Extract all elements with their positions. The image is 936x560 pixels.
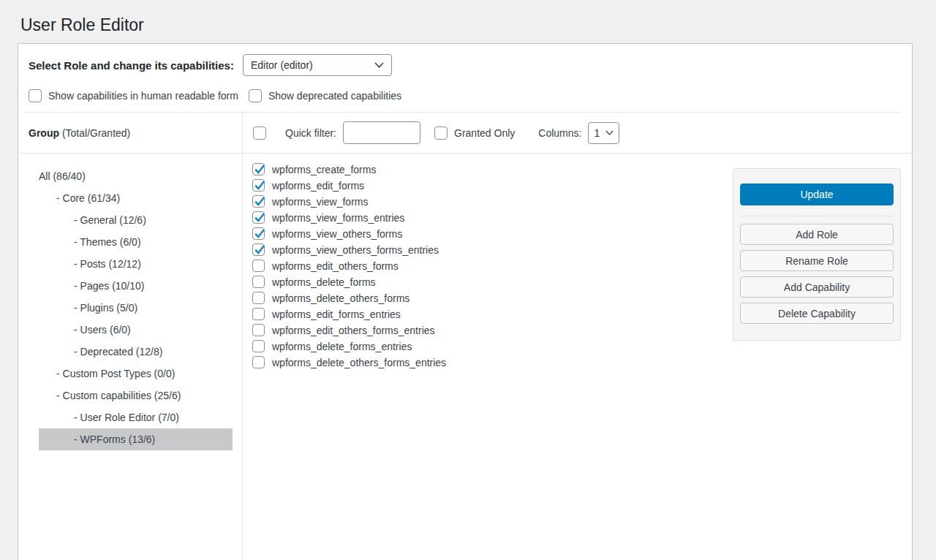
capability-label: wpforms_delete_forms_entries	[272, 341, 412, 352]
capability-list: wpforms_create_formswpforms_edit_formswp…	[252, 163, 446, 368]
columns-select[interactable]: 1	[588, 122, 619, 144]
columns-select-value: 1	[594, 127, 600, 139]
human-readable-checkbox[interactable]	[29, 89, 42, 102]
capability-label: wpforms_view_others_forms	[272, 228, 402, 240]
actions-divider	[740, 216, 894, 216]
capability-label: wpforms_delete_forms	[272, 276, 376, 288]
content-row: wpforms_create_formswpforms_edit_formswp…	[243, 154, 912, 560]
capability-label: wpforms_view_forms_entries	[272, 212, 404, 224]
select-all-checkbox[interactable]	[253, 126, 266, 140]
group-item[interactable]: - Posts (12/12)	[39, 253, 233, 275]
granted-only-label: Granted Only	[454, 127, 515, 139]
capability-label: wpforms_edit_forms_entries	[272, 309, 401, 320]
capability-checkbox[interactable]	[252, 243, 265, 256]
check-icon	[254, 196, 265, 208]
quick-filter-label: Quick filter:	[285, 127, 336, 139]
capability-row: wpforms_edit_others_forms_entries	[252, 324, 446, 336]
capability-row: wpforms_create_forms	[252, 163, 446, 175]
actions-panel: Update Add RoleRename RoleAdd Capability…	[733, 168, 901, 341]
group-item[interactable]: - User Role Editor (7/0)	[39, 406, 233, 428]
capability-row: wpforms_edit_others_forms	[252, 260, 446, 272]
capability-label: wpforms_edit_forms	[272, 180, 364, 192]
capability-row: wpforms_view_others_forms_entries	[252, 243, 446, 256]
capabilities-column: Quick filter: Granted Only Columns: 1 wp…	[243, 113, 912, 560]
check-icon	[254, 228, 265, 240]
capability-checkbox[interactable]	[252, 227, 265, 240]
main-columns: Group (Total/Granted) All (86/40)- Core …	[18, 113, 912, 560]
group-header: Group (Total/Granted)	[18, 113, 242, 154]
capability-row: wpforms_delete_forms	[252, 276, 446, 288]
add-capability-button[interactable]: Add Capability	[740, 276, 894, 298]
capability-label: wpforms_edit_others_forms_entries	[272, 325, 435, 336]
group-item[interactable]: - WPForms (13/6)	[39, 428, 233, 450]
group-item[interactable]: All (86/40)	[39, 165, 233, 187]
human-readable-option: Show capabilities in human readable form	[29, 89, 238, 102]
show-deprecated-label: Show deprecated capabilities	[268, 90, 401, 102]
capability-row: wpforms_edit_forms_entries	[252, 308, 446, 320]
capability-checkbox[interactable]	[252, 324, 265, 336]
capability-checkbox[interactable]	[252, 340, 265, 352]
capability-label: wpforms_view_forms	[272, 196, 368, 208]
granted-only-checkbox[interactable]	[434, 126, 448, 140]
capability-label: wpforms_create_forms	[272, 164, 376, 175]
delete-capability-button[interactable]: Delete Capability	[740, 303, 894, 324]
capability-checkbox[interactable]	[252, 195, 265, 208]
group-item[interactable]: - Themes (6/0)	[39, 231, 233, 253]
role-select[interactable]: Editor (editor)	[243, 54, 392, 76]
capability-checkbox[interactable]	[252, 163, 265, 175]
check-icon	[254, 244, 265, 256]
capability-row: wpforms_view_forms	[252, 195, 446, 208]
group-item[interactable]: - Pages (10/10)	[39, 275, 233, 297]
capability-row: wpforms_delete_others_forms	[252, 292, 446, 304]
update-button[interactable]: Update	[740, 183, 894, 205]
capability-checkbox[interactable]	[252, 179, 265, 192]
capability-row: wpforms_edit_forms	[252, 179, 446, 192]
role-select-value: Editor (editor)	[251, 59, 313, 71]
filter-bar: Quick filter: Granted Only Columns: 1	[243, 113, 912, 154]
capability-checkbox[interactable]	[252, 260, 265, 272]
capability-row: wpforms_delete_others_forms_entries	[252, 356, 446, 368]
add-role-button[interactable]: Add Role	[740, 224, 894, 245]
capability-checkbox[interactable]	[252, 292, 265, 304]
capability-checkbox[interactable]	[252, 308, 265, 320]
human-readable-label: Show capabilities in human readable form	[48, 90, 238, 102]
group-tree: All (86/40)- Core (61/34)- General (12/6…	[18, 154, 242, 450]
groups-column: Group (Total/Granted) All (86/40)- Core …	[18, 113, 243, 560]
capability-label: wpforms_edit_others_forms	[272, 260, 399, 272]
group-item[interactable]: - General (12/6)	[39, 209, 233, 231]
user-role-editor-panel: Select Role and change its capabilities:…	[18, 43, 913, 560]
capability-checkbox[interactable]	[252, 211, 265, 224]
secondary-buttons: Add RoleRename RoleAdd CapabilityDelete …	[740, 224, 894, 324]
group-item[interactable]: - Core (61/34)	[39, 187, 233, 209]
role-row: Select Role and change its capabilities:…	[29, 54, 902, 76]
show-deprecated-option: Show deprecated capabilities	[249, 89, 401, 102]
chevron-down-icon	[605, 130, 614, 136]
check-icon	[254, 164, 265, 175]
group-item[interactable]: - Custom capabilities (25/6)	[39, 385, 233, 406]
group-header-counts: (Total/Granted)	[62, 127, 130, 139]
group-item[interactable]: - Plugins (5/0)	[39, 297, 233, 319]
group-item[interactable]: - Users (6/0)	[39, 319, 233, 341]
columns-label: Columns:	[538, 127, 581, 139]
capability-checkbox[interactable]	[252, 276, 265, 288]
rename-role-button[interactable]: Rename Role	[740, 250, 894, 271]
capability-label: wpforms_view_others_forms_entries	[272, 244, 439, 256]
group-item[interactable]: - Custom Post Types (0/0)	[39, 363, 233, 385]
check-icon	[254, 212, 265, 224]
quick-filter-input[interactable]	[343, 121, 420, 144]
capability-label: wpforms_delete_others_forms_entries	[272, 357, 446, 368]
view-options-row: Show capabilities in human readable form…	[29, 89, 902, 102]
chevron-down-icon	[374, 62, 384, 69]
group-item[interactable]: - Deprecated (12/8)	[39, 341, 233, 363]
capability-checkbox[interactable]	[252, 356, 265, 368]
group-header-title: Group	[29, 127, 59, 139]
role-select-label: Select Role and change its capabilities:	[29, 59, 234, 72]
capability-label: wpforms_delete_others_forms	[272, 292, 410, 304]
check-icon	[254, 180, 265, 192]
show-deprecated-checkbox[interactable]	[249, 89, 262, 102]
capability-row: wpforms_view_forms_entries	[252, 211, 446, 224]
capability-row: wpforms_view_others_forms	[252, 227, 446, 240]
top-section: Select Role and change its capabilities:…	[18, 44, 912, 102]
capability-row: wpforms_delete_forms_entries	[252, 340, 446, 352]
page-title: User Role Editor	[0, 0, 936, 36]
